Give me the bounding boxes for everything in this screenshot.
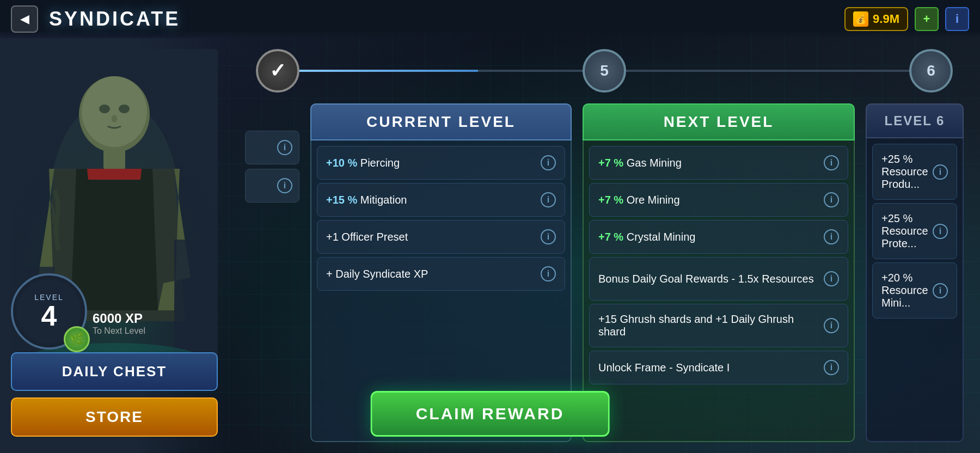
- level-node-5: 5: [583, 49, 626, 93]
- level-number: 4: [41, 302, 57, 330]
- page-title: SYNDICATE: [49, 8, 180, 30]
- xp-info: 6000 XP To Next Level: [93, 311, 145, 336]
- perk-resource-prote-info[interactable]: i: [933, 224, 948, 239]
- level-node-check: ✓: [256, 49, 299, 93]
- svg-rect-8: [103, 148, 125, 170]
- add-currency-button[interactable]: +: [915, 7, 939, 31]
- perk-resource-prote-text: +25 % Resource Prote...: [881, 212, 933, 250]
- perk-unlock-frame: Unlock Frame - Syndicate I i: [589, 351, 848, 384]
- perk-crystal-info[interactable]: i: [824, 229, 839, 244]
- next-level-header: NEXT LEVEL: [583, 103, 855, 140]
- perk-piercing: +10 % Piercing i: [317, 146, 565, 180]
- col-partial: i i: [245, 103, 299, 442]
- level-emblem: 🌿: [64, 326, 90, 352]
- nextnext-level-body: +25 % Resource Produ... i +25 % Resource…: [866, 138, 964, 442]
- svg-rect-10: [174, 240, 218, 365]
- perk-resource-produ-text: +25 % Resource Produ...: [881, 153, 933, 191]
- level-node-6: 6: [909, 49, 953, 93]
- level-node-5-label: 5: [600, 62, 609, 79]
- col-nextnext: LEVEL 6 +25 % Resource Produ... i +25 % …: [866, 103, 964, 442]
- pct-gas: +7 %: [598, 157, 623, 169]
- currency-icon: 💰: [853, 11, 868, 27]
- back-button[interactable]: ◀: [11, 5, 38, 33]
- perk-daily-goal: Bonus Daily Goal Rewards - 1.5x Resource…: [589, 257, 848, 301]
- svg-point-6: [119, 105, 130, 113]
- svg-point-5: [99, 105, 110, 113]
- bottom-left: DAILY CHEST STORE: [11, 352, 218, 437]
- perk-gas-info[interactable]: i: [824, 155, 839, 170]
- perk-ore-info[interactable]: i: [824, 192, 839, 207]
- perk-resource-mini-text: +20 % Resource Mini...: [881, 272, 933, 309]
- svg-point-4: [82, 76, 147, 147]
- perk-daily-goal-info[interactable]: i: [824, 271, 839, 286]
- level-circle: LEVEL 4 🌿: [11, 273, 87, 350]
- perk-crystal-text: +7 % Crystal Mining: [598, 231, 824, 243]
- svg-point-7: [112, 115, 117, 123]
- perk-gas-text: +7 % Gas Mining: [598, 157, 824, 169]
- perk-resource-prote: +25 % Resource Prote... i: [872, 203, 957, 259]
- perk-officer-text: +1 Officer Preset: [326, 231, 541, 243]
- progress-line-filled: [289, 70, 478, 72]
- perk-ghrush-text: +15 Ghrush shards and +1 Daily Ghrush sh…: [598, 313, 824, 338]
- perk-resource-mini: +20 % Resource Mini... i: [872, 262, 957, 319]
- progress-area: ✓ 5 6: [245, 49, 964, 93]
- pct-mitigation: +15 %: [326, 194, 357, 206]
- col-next: NEXT LEVEL +7 % Gas Mining i +7 % Ore Mi…: [583, 103, 855, 442]
- perk-mitigation: +15 % Mitigation i: [317, 183, 565, 217]
- perk-gas-mining: +7 % Gas Mining i: [589, 146, 848, 180]
- pct-crystal: +7 %: [598, 231, 623, 243]
- checkmark-icon: ✓: [270, 59, 286, 82]
- current-level-header: CURRENT LEVEL: [310, 103, 572, 140]
- nextnext-level-header: LEVEL 6: [866, 103, 964, 138]
- xp-label: To Next Level: [93, 326, 145, 336]
- perk-mitigation-info[interactable]: i: [541, 192, 556, 207]
- perk-daily-xp-info[interactable]: i: [541, 266, 556, 281]
- perk-resource-produ: +25 % Resource Produ... i: [872, 144, 957, 200]
- perk-ghrush: +15 Ghrush shards and +1 Daily Ghrush sh…: [589, 304, 848, 347]
- perk-ghrush-info[interactable]: i: [824, 318, 839, 333]
- perk-unlock-frame-info[interactable]: i: [824, 360, 839, 375]
- store-button[interactable]: STORE: [11, 397, 218, 437]
- pct-ore: +7 %: [598, 194, 623, 206]
- perk-resource-mini-info[interactable]: i: [933, 283, 948, 298]
- perk-crystal-mining: +7 % Crystal Mining i: [589, 220, 848, 254]
- currency-badge: 💰 9.9M: [844, 7, 908, 31]
- partial-info-icon-1[interactable]: i: [277, 140, 292, 155]
- level-node-6-label: 6: [927, 62, 935, 79]
- perk-daily-xp: + Daily Syndicate XP i: [317, 257, 565, 291]
- partial-item-1: i: [245, 131, 299, 164]
- perk-resource-produ-info[interactable]: i: [933, 164, 948, 180]
- topbar-right: 💰 9.9M + i: [844, 7, 969, 31]
- perk-daily-goal-text: Bonus Daily Goal Rewards - 1.5x Resource…: [598, 273, 824, 285]
- currency-amount: 9.9M: [873, 12, 899, 26]
- perk-piercing-info[interactable]: i: [541, 155, 556, 170]
- xp-amount: 6000 XP: [93, 311, 145, 326]
- claim-reward-button[interactable]: CLAIM REWARD: [371, 391, 610, 437]
- pct-piercing: +10 %: [326, 157, 357, 169]
- perk-unlock-frame-text: Unlock Frame - Syndicate I: [598, 362, 824, 374]
- perk-officer-preset: +1 Officer Preset i: [317, 220, 565, 254]
- perk-mitigation-text: +15 % Mitigation: [326, 194, 541, 206]
- perk-piercing-text: +10 % Piercing: [326, 157, 541, 169]
- partial-item-2: i: [245, 169, 299, 203]
- daily-chest-button[interactable]: DAILY CHEST: [11, 352, 218, 391]
- perk-daily-xp-text: + Daily Syndicate XP: [326, 268, 541, 280]
- topbar: ◀ SYNDICATE 💰 9.9M + i: [0, 0, 980, 38]
- perk-ore-mining: +7 % Ore Mining i: [589, 183, 848, 217]
- perk-ore-text: +7 % Ore Mining: [598, 194, 824, 206]
- perk-officer-info[interactable]: i: [541, 229, 556, 244]
- partial-info-icon-2[interactable]: i: [277, 178, 292, 193]
- info-button[interactable]: i: [945, 7, 969, 31]
- next-level-body: +7 % Gas Mining i +7 % Ore Mining i +7 %…: [583, 140, 855, 442]
